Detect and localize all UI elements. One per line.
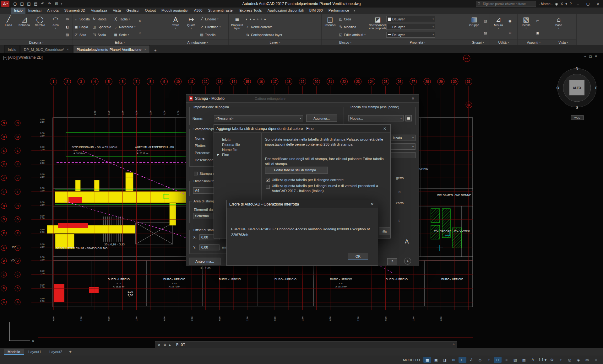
edita-attributi-button[interactable]: ◲Edita attributi▾ (339, 33, 366, 37)
wizard-step-fine[interactable]: ▶Fine (222, 153, 261, 157)
panel-footer-blocco[interactable]: Blocco▾ (322, 39, 369, 45)
wizard-step-nome-file[interactable]: Nome file (222, 148, 261, 152)
plot-dialog-titlebar[interactable]: A Stampa - Modello Cattura rettangolare … (186, 94, 419, 103)
lineweight-icon[interactable]: ≡ (503, 357, 510, 363)
close-icon[interactable]: ✕ (144, 48, 146, 51)
viewport-close-icon[interactable]: ✕ (595, 55, 597, 58)
gruppi-extra-icon-0[interactable]: ▤ (484, 19, 487, 23)
plot-icon[interactable]: ▤ (33, 2, 38, 6)
ruota-button[interactable]: ↻Ruota (92, 17, 111, 21)
customize-icon[interactable]: ⚙ (163, 343, 166, 347)
polilinea-button[interactable]: ◿Polilinea (17, 15, 31, 39)
layer-tool-icon-0[interactable]: ◐ (246, 17, 248, 21)
ribbon-tab-vista[interactable]: Vista (110, 8, 123, 14)
compass-east[interactable]: E (595, 86, 597, 90)
linea-button[interactable]: ╱Linea (1, 15, 16, 39)
close-icon[interactable]: ✕ (382, 126, 388, 131)
command-history-toggle[interactable]: ^ (453, 343, 454, 347)
object-snap-icon[interactable]: □ (494, 357, 502, 363)
ribbon-tab-strumenti-raster[interactable]: Strumenti raster (205, 8, 237, 14)
ribbon-tab-gestisci[interactable]: Gestisci (124, 8, 142, 14)
viewport-restore-icon[interactable]: ▢ (589, 55, 592, 58)
wizard-titlebar[interactable]: Aggiungi tabella stili di stampa dipende… (214, 125, 390, 133)
workspace-icon[interactable]: ⊞ (54, 2, 59, 6)
plot-to-file-checkbox[interactable] (194, 172, 198, 175)
panel-footer-propriet[interactable]: Proprietà▾ (369, 39, 466, 45)
workspace-switching-icon[interactable]: ⚙ (548, 357, 556, 363)
use-table-current-drawing-checkbox[interactable]: ✓ (266, 178, 270, 182)
exchange-apps-icon[interactable]: X (561, 2, 563, 6)
gruppo-button[interactable]: ▥Gruppo (467, 15, 481, 39)
ribbon-tab-output[interactable]: Output (142, 8, 159, 14)
copia-button[interactable]: ▣Copia (74, 25, 90, 29)
appunti-extra-icon-1[interactable]: ▣ (536, 31, 539, 35)
recent-commands-icon[interactable]: ▸ (169, 343, 171, 347)
edit-pen-table-icon[interactable]: ▦ (405, 115, 412, 121)
close-icon[interactable]: ✕ (369, 202, 375, 206)
modifica-button[interactable]: ✎Modifica (339, 25, 366, 29)
compass-north[interactable]: N (576, 67, 578, 70)
gruppi-extra-icon-1[interactable]: ▧ (484, 31, 487, 35)
quality-combo-fragment[interactable]: ▾ (391, 143, 416, 150)
redo-icon[interactable]: ↷ (47, 2, 52, 6)
layer-tool-icon-5[interactable]: ◕ (264, 17, 266, 21)
save-icon[interactable]: ◫ (26, 2, 31, 6)
layout-tab-layout2[interactable]: Layout2 (46, 349, 66, 355)
panel-footer-layer[interactable]: Layer▾ (229, 39, 321, 45)
rendi-corrente-button[interactable]: ✓Rendi corrente (246, 25, 282, 29)
panel-footer-gruppi[interactable]: Gruppi▾ (466, 39, 490, 45)
search-input[interactable] (482, 2, 530, 6)
pen-table-combo[interactable]: Nuova... ▾ (348, 115, 404, 121)
ribbon-tab-inizio[interactable]: Inizio (11, 8, 25, 14)
use-table-new-drawings-checkbox[interactable] (266, 185, 270, 189)
customization-icon[interactable]: ≡ (592, 357, 600, 363)
annotation-visibility-icon[interactable]: A (529, 357, 537, 363)
error-titlebar[interactable]: Errore di AutoCAD - Operazione interrott… (227, 200, 378, 208)
inserisci-button[interactable]: ◱Inserisci (323, 15, 337, 39)
quota-button[interactable]: ↦Quota▾ (184, 15, 198, 39)
viewport-minimize-icon[interactable]: – (584, 55, 586, 58)
layer-tool-icon-4[interactable]: ◔ (260, 17, 263, 21)
help-search-box[interactable] (476, 1, 536, 7)
annotation-scale[interactable]: 1:1 ▾ (538, 357, 547, 363)
ribbon-tab-moduli-aggiuntivi[interactable]: Moduli aggiuntivi (159, 8, 191, 14)
lineare-button[interactable]: ╱Lineare▾ (200, 17, 221, 21)
help-button[interactable]: ? (387, 258, 397, 265)
file-tab-dp-m-0uc-grundrisse[interactable]: DP_M_0UC_Grundrisse*✕ (20, 45, 73, 53)
object-snap-tracking-icon[interactable]: + (485, 357, 493, 363)
a360-signin-icon[interactable]: ◉ (555, 2, 558, 6)
new-drawing-icon[interactable]: ▢ (13, 2, 18, 6)
properties-dropdown-1[interactable]: DaLayer▾ (386, 24, 435, 30)
testo-button[interactable]: ATesto▾ (168, 15, 183, 39)
stira-button[interactable]: ◸Stira (74, 33, 90, 37)
incolla-button[interactable]: ▧Incolla▾ (519, 15, 533, 39)
panel-footer-utilit[interactable]: Utilità▾ (490, 39, 517, 45)
ribbon-tab-annota[interactable]: Annota (44, 8, 61, 14)
ribbon-tab-express-tools[interactable]: Express Tools (236, 8, 264, 14)
disegna-extra-icon-0[interactable]: ▭ (66, 17, 69, 21)
ortho-mode-icon[interactable]: ∟ (459, 357, 466, 363)
propriet-layer-button[interactable]: ≡Proprietà layer (230, 15, 244, 39)
transparency-icon[interactable]: ▨ (511, 357, 519, 363)
layer-tool-icon-3[interactable]: ◓ (257, 17, 259, 21)
maximize-button[interactable]: ▢ (584, 2, 592, 6)
add-pagesetup-button[interactable]: Aggiungi... (306, 115, 337, 122)
specchio-button[interactable]: ◫Specchio (92, 25, 111, 29)
file-tab-piantadelpavimento-piano4-ventilazione[interactable]: Piantadelpavimento-Piano4-Ventilazione✕ (73, 45, 150, 53)
graphics-performance-icon[interactable]: ◈ (574, 357, 582, 363)
new-layout-button[interactable]: + (67, 349, 74, 354)
ok-button[interactable]: OK (348, 253, 368, 260)
compass-south[interactable]: S (576, 105, 578, 109)
direttrice-button[interactable]: ↗Direttrice▾ (200, 25, 221, 29)
wizard-step-ricerca-file[interactable]: Ricerca file (222, 143, 261, 147)
undo-icon[interactable]: ↶ (40, 2, 45, 6)
panel-footer-annotazione[interactable]: Annotazione▾ (167, 39, 228, 45)
close-icon[interactable]: ✕ (158, 343, 160, 347)
ribbon-tab-inserisci[interactable]: Inserisci (25, 8, 44, 14)
ribbon-tab-strumenti-3d[interactable]: Strumenti 3D (62, 8, 88, 14)
isolate-objects-icon[interactable]: ◎ (566, 357, 573, 363)
stay-connected-icon[interactable]: ▾ (565, 2, 567, 6)
new-drawing-tab-button[interactable]: + (152, 47, 159, 53)
more-options-button[interactable]: > (404, 258, 411, 265)
wizard-step-inizia[interactable]: Inizia (222, 138, 261, 142)
